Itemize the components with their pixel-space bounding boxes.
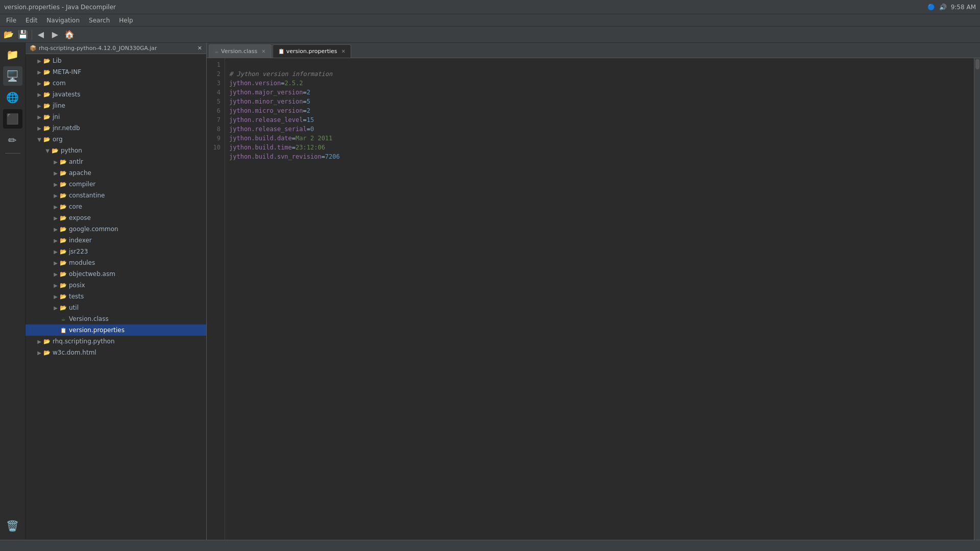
tree-item-antlr[interactable]: 📂 antlr [26,156,206,167]
tree-arrow-expose [52,214,59,221]
version-class-tab-close[interactable]: ✕ [261,48,265,54]
tree-item-jsr223[interactable]: 📂 jsr223 [26,246,206,257]
folder-icon-meta-inf: 📂 [43,68,51,76]
tree-label-google-common: google.common [69,226,118,233]
menu-help[interactable]: Help [115,16,137,25]
tree-item-jnr-netdb[interactable]: 📂 jnr.netdb [26,122,206,134]
dock-separator [5,153,20,154]
tree-arrow-jnr-netdb [36,124,43,132]
jar-tab-close[interactable]: ✕ [198,45,202,52]
tree-item-apache[interactable]: 📂 apache [26,167,206,179]
tree-item-tests[interactable]: 📂 tests [26,291,206,302]
tree-item-util[interactable]: 📂 util [26,302,206,313]
tree-label-javatests: javatests [53,91,80,98]
menu-file[interactable]: File [2,16,20,25]
tree-label-python: python [61,147,82,154]
tree-arrow-objectweb-asm [52,270,59,278]
tree-label-version-properties: version.properties [69,327,125,334]
tree-item-javatests[interactable]: 📂 javatests [26,89,206,100]
tree-arrow-python [44,147,51,154]
dock-terminal-icon[interactable]: ⬛ [3,109,22,129]
folder-icon-w3c-dom: 📂 [43,348,51,357]
version-properties-tab-label: version.properties [286,48,337,55]
code-content[interactable]: # Jython version information jython.vers… [225,58,974,540]
tree-arrow-com [36,80,43,87]
tree-label-tests: tests [69,293,84,300]
tree-item-jline[interactable]: 📂 jline [26,100,206,111]
file-tree-tab: 📦 rhq-scripting-python-4.12.0_JON330GA.j… [26,43,206,54]
version-properties-tab-icon: 📋 [278,48,284,54]
tree-item-version-properties[interactable]: 📋 version.properties [26,324,206,336]
tree-item-org[interactable]: 📂 org [26,134,206,145]
tree-item-python[interactable]: 📂 python [26,145,206,156]
folder-icon-jnr-netdb: 📂 [43,124,51,132]
toolbar-separator [32,30,32,40]
dock-browser-icon[interactable]: 🌐 [3,88,22,107]
code-line-5: jython.micro_version=2 [229,107,310,114]
editor-tabs: ☕ Version.class ✕ 📋 version.properties ✕ [207,43,980,58]
code-line-3: jython.major_version=2 [229,89,310,96]
tree-label-jline: jline [53,102,65,109]
code-line-7: jython.release_serial=0 [229,126,314,133]
editor-tab-version-properties[interactable]: 📋 version.properties ✕ [273,44,351,58]
tree-item-constantine[interactable]: 📂 constantine [26,190,206,201]
properties-icon-version: 📋 [59,326,67,334]
tree-item-core[interactable]: 📂 core [26,201,206,212]
tree-arrow-util [52,304,59,311]
tree-item-rhq-scripting[interactable]: 📂 rhq.scripting.python [26,336,206,347]
tree-item-lib[interactable]: 📂 Lib [26,55,206,66]
tree-item-compiler[interactable]: 📂 compiler [26,179,206,190]
folder-icon-objectweb-asm: 📂 [59,270,67,278]
dock-trash-icon[interactable]: 🗑️ [3,516,22,536]
version-properties-tab-close[interactable]: ✕ [341,48,346,54]
tree-label-constantine: constantine [69,192,105,199]
folder-icon-lib: 📂 [43,57,51,65]
tree-item-objectweb-asm[interactable]: 📂 objectweb.asm [26,268,206,280]
folder-icon-posix: 📂 [59,281,67,289]
navigate-back-button[interactable]: ◀ [34,28,47,41]
tree-arrow-meta-inf [36,68,43,76]
open-button[interactable]: 📂 [2,28,15,41]
application-dock: 📁 🖥️ 🌐 ⬛ ✏️ 🗑️ [0,43,26,540]
folder-icon-compiler: 📂 [59,180,67,188]
volume-icon: 🔊 [939,4,947,11]
tree-label-antlr: antlr [69,158,83,165]
tree-item-google-common[interactable]: 📂 google.common [26,223,206,235]
tree-item-modules[interactable]: 📂 modules [26,257,206,268]
folder-icon-core: 📂 [59,203,67,211]
scrollbar-thumb[interactable] [975,59,979,69]
tree-item-meta-inf[interactable]: 📂 META-INF [26,66,206,78]
clock: 9:58 AM [951,4,976,11]
folder-icon-antlr: 📂 [59,158,67,166]
tree-item-expose[interactable]: 📂 expose [26,212,206,223]
tree-item-indexer[interactable]: 📂 indexer [26,235,206,246]
menu-navigation[interactable]: Navigation [42,16,84,25]
navigate-home-button[interactable]: 🏠 [63,28,76,41]
dock-files-icon[interactable]: 📁 [3,45,22,64]
window-title: version.properties - Java Decompiler [4,4,116,11]
tree-arrow-antlr [52,158,59,165]
menu-edit[interactable]: Edit [21,16,41,25]
tree-arrow-javatests [36,91,43,98]
dock-decompiler-icon[interactable]: 🖥️ [3,66,22,86]
tree-item-w3c-dom[interactable]: 📂 w3c.dom.html [26,347,206,358]
tree-item-jni[interactable]: 📂 jni [26,111,206,122]
folder-icon-modules: 📂 [59,259,67,267]
dock-editor-icon[interactable]: ✏️ [3,131,22,150]
tree-item-com[interactable]: 📂 com [26,78,206,89]
tree-label-apache: apache [69,169,91,177]
tree-label-modules: modules [69,259,95,266]
menu-search[interactable]: Search [85,16,114,25]
tree-arrow-google-common [52,226,59,233]
class-icon-version: ☕ [59,315,67,323]
editor-scrollbar[interactable] [974,58,980,540]
tree-arrow-constantine [52,192,59,199]
tree-label-jsr223: jsr223 [69,248,88,255]
save-button[interactable]: 💾 [16,28,30,41]
tree-item-version-class[interactable]: ☕ Version.class [26,313,206,324]
tree-label-compiler: compiler [69,181,95,188]
tree-arrow-jni [36,113,43,120]
navigate-forward-button[interactable]: ▶ [48,28,62,41]
tree-item-posix[interactable]: 📂 posix [26,280,206,291]
editor-tab-version-class[interactable]: ☕ Version.class ✕ [209,44,272,58]
